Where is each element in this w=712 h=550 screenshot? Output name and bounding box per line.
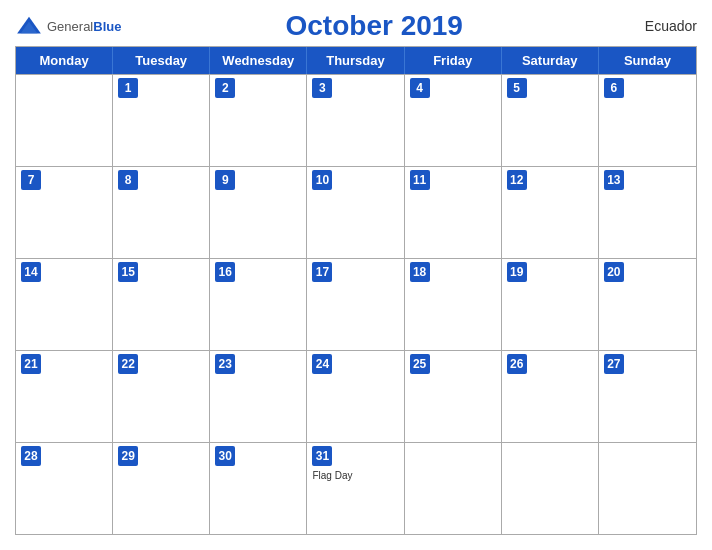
logo: GeneralBlue: [15, 15, 121, 37]
calendar-cell: 8: [113, 167, 210, 258]
flag-day-event: Flag Day: [312, 470, 398, 481]
header-saturday: Saturday: [502, 47, 599, 74]
calendar-cell: 21: [16, 351, 113, 442]
calendar-cell: 22: [113, 351, 210, 442]
calendar-cell: 30: [210, 443, 307, 534]
calendar-cell: 27: [599, 351, 696, 442]
calendar-cell: 28: [16, 443, 113, 534]
calendar-cell: 5: [502, 75, 599, 166]
week-row: 28 29 30 31 Flag Day: [16, 442, 696, 534]
header-wednesday: Wednesday: [210, 47, 307, 74]
week-row: 1 2 3 4 5 6: [16, 74, 696, 166]
day-headers: Monday Tuesday Wednesday Thursday Friday…: [16, 47, 696, 74]
calendar-cell: 19: [502, 259, 599, 350]
calendar-cell: 7: [16, 167, 113, 258]
calendar-cell: 20: [599, 259, 696, 350]
calendar-cell: [405, 443, 502, 534]
country-label: Ecuador: [627, 18, 697, 34]
calendar-cell: [599, 443, 696, 534]
calendar-cell: 17: [307, 259, 404, 350]
month-title: October 2019: [121, 10, 627, 42]
calendar-cell: [16, 75, 113, 166]
week-row: 21 22 23 24 25 26 27: [16, 350, 696, 442]
week-row: 14 15 16 17 18 19 20: [16, 258, 696, 350]
logo-icon: [15, 15, 43, 37]
calendar-cell: 1: [113, 75, 210, 166]
calendar-cell: 14: [16, 259, 113, 350]
calendar-cell: 13: [599, 167, 696, 258]
header-friday: Friday: [405, 47, 502, 74]
calendar-cell: 12: [502, 167, 599, 258]
calendar-cell: 25: [405, 351, 502, 442]
calendar-cell: 3: [307, 75, 404, 166]
logo-general-text: GeneralBlue: [47, 17, 121, 35]
calendar-cell: 23: [210, 351, 307, 442]
calendar-cell: 6: [599, 75, 696, 166]
week-row: 7 8 9 10 11 12 13: [16, 166, 696, 258]
calendar-cell: 29: [113, 443, 210, 534]
calendar-cell: 26: [502, 351, 599, 442]
calendar-cell-31: 31 Flag Day: [307, 443, 404, 534]
calendar-cell: 11: [405, 167, 502, 258]
calendar-cell: 4: [405, 75, 502, 166]
calendar-cell: 9: [210, 167, 307, 258]
calendar-cell: [502, 443, 599, 534]
calendar-cell: 10: [307, 167, 404, 258]
header-sunday: Sunday: [599, 47, 696, 74]
header-thursday: Thursday: [307, 47, 404, 74]
calendar: Monday Tuesday Wednesday Thursday Friday…: [15, 46, 697, 535]
calendar-cell: 16: [210, 259, 307, 350]
calendar-cell: 15: [113, 259, 210, 350]
calendar-grid: 1 2 3 4 5 6 7 8 9 10 11 12 13 14 15 16 1…: [16, 74, 696, 534]
calendar-cell: 18: [405, 259, 502, 350]
calendar-cell: 2: [210, 75, 307, 166]
calendar-header: GeneralBlue October 2019 Ecuador: [15, 10, 697, 42]
header-monday: Monday: [16, 47, 113, 74]
header-tuesday: Tuesday: [113, 47, 210, 74]
calendar-cell: 24: [307, 351, 404, 442]
